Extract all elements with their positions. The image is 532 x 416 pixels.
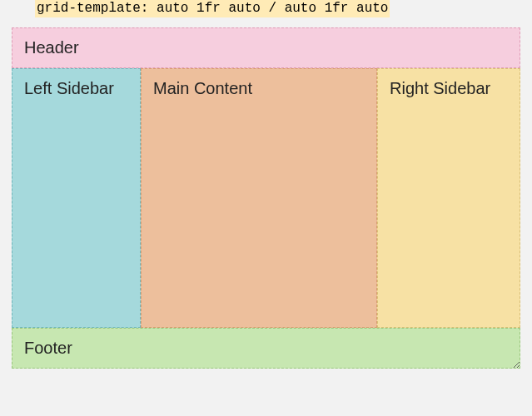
grid-left-sidebar: Left Sidebar (12, 68, 141, 328)
grid-main-content: Main Content (141, 68, 377, 328)
css-code-snippet: grid-template: auto 1fr auto / auto 1fr … (35, 0, 390, 17)
grid-footer: Footer (12, 328, 520, 369)
grid-demo-container: Header Left Sidebar Main Content Right S… (12, 27, 520, 369)
grid-right-sidebar: Right Sidebar (377, 68, 520, 328)
grid-header: Header (12, 27, 520, 68)
